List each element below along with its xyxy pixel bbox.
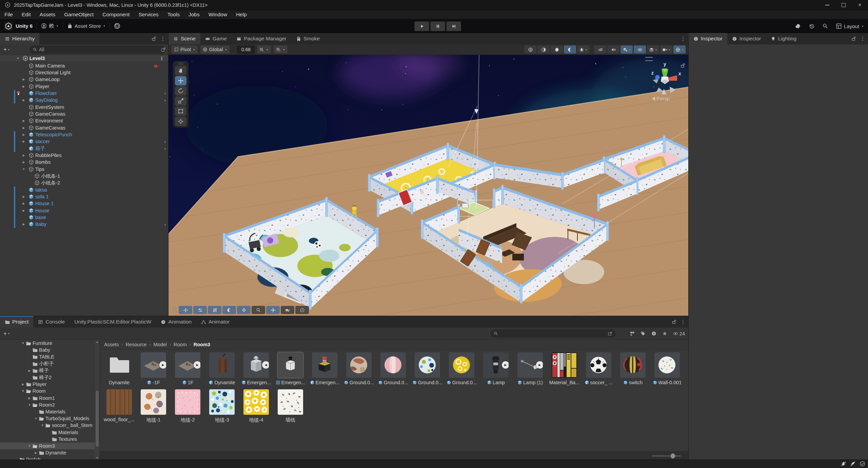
- asset-lamp[interactable]: ▶Lamp: [479, 352, 513, 385]
- hierarchy-item-gameloop[interactable]: ▶GameLoop: [0, 76, 168, 83]
- folder-soccer-ball-stem[interactable]: ▼soccer_ ball_Stem: [0, 422, 100, 429]
- asset-ground-0[interactable]: Ground.0...: [410, 352, 445, 385]
- unity-hub-button[interactable]: Unity 6: [4, 22, 33, 31]
- expander-icon[interactable]: ▶: [22, 119, 26, 122]
- alerts-icon[interactable]: [651, 331, 656, 336]
- hierarchy-item-environment[interactable]: ▶Environment: [0, 117, 168, 124]
- hierarchy-item-gamecanvas[interactable]: GameCanvas: [0, 111, 168, 117]
- tab-hierarchy[interactable]: Hierarchy: [0, 33, 39, 44]
- orientation-gizmo[interactable]: y x z Persp: [643, 56, 687, 103]
- asset-thumbnail[interactable]: [141, 389, 166, 415]
- asset-material-ba[interactable]: Material_Ba...: [547, 352, 581, 385]
- prefab-overrides-button[interactable]: ▼: [620, 45, 633, 54]
- favorites-icon[interactable]: [662, 331, 667, 336]
- folder-小柜子[interactable]: 小柜子: [0, 360, 100, 367]
- search-icon[interactable]: [822, 23, 828, 29]
- breadcrumb-room[interactable]: Room: [174, 342, 187, 347]
- open-prefab-chevron[interactable]: ›: [164, 91, 166, 96]
- folder-room2[interactable]: ▼Room2: [0, 402, 100, 408]
- unlock-icon[interactable]: [152, 36, 156, 41]
- hierarchy-item-baby[interactable]: ▶Baby›: [0, 221, 168, 228]
- tasks-ok-icon[interactable]: [860, 461, 865, 467]
- panel-menu-icon[interactable]: ⋮: [160, 36, 165, 42]
- asset-thumbnail[interactable]: [620, 352, 646, 378]
- hierarchy-item-gamecanvas[interactable]: ▶GameCanvas: [0, 124, 168, 131]
- gizmos-button[interactable]: ▼: [673, 45, 686, 54]
- scale-tool-button[interactable]: [175, 96, 186, 106]
- asset-thumbnail[interactable]: [586, 352, 611, 378]
- thumbnail-zoom-slider[interactable]: [652, 455, 681, 456]
- tab-unity-plasticscm-editor-plasticw[interactable]: Unity.PlasticSCM.Editor.PlasticW: [70, 316, 156, 328]
- transform-tool-button[interactable]: [175, 117, 186, 126]
- asset-thumbnail[interactable]: [106, 389, 132, 415]
- asset-thumbnail[interactable]: [552, 352, 577, 378]
- expander-icon[interactable]: ▼: [34, 417, 38, 420]
- asset-thumbnail[interactable]: [654, 352, 680, 378]
- plastic-scm-icon[interactable]: [114, 23, 120, 29]
- hierarchy-item-main-camera[interactable]: Main Camera: [0, 62, 168, 69]
- hierarchy-item-soccer[interactable]: ▶soccer›: [0, 138, 168, 145]
- hierarchy-search-input[interactable]: All: [30, 46, 165, 54]
- lighting-toggle-button[interactable]: [551, 45, 563, 54]
- asset-thumbnail[interactable]: ▶: [175, 352, 200, 378]
- scene-menu-icon[interactable]: ⋮: [159, 56, 164, 61]
- tab-lighting[interactable]: Lighting: [766, 33, 801, 44]
- expander-icon[interactable]: ▼: [27, 403, 32, 407]
- project-search-input[interactable]: [491, 330, 615, 337]
- collab-disabled-icon[interactable]: [850, 461, 856, 467]
- breadcrumb-model[interactable]: Model: [154, 342, 167, 347]
- folder-table[interactable]: TABLE: [0, 353, 100, 360]
- open-prefab-chevron[interactable]: ›: [164, 98, 166, 103]
- expander-icon[interactable]: ▼: [16, 57, 20, 60]
- tab-project[interactable]: Project: [0, 316, 33, 328]
- asset-地毯-1[interactable]: 地毯-1: [136, 389, 171, 423]
- expander-icon[interactable]: ▶: [22, 98, 26, 102]
- asset-thumbnail[interactable]: [380, 352, 406, 378]
- expander-icon[interactable]: ▼: [21, 342, 25, 345]
- asset-ground-0[interactable]: Ground.0...: [376, 352, 410, 385]
- shaded-wireframe-button[interactable]: [537, 45, 550, 54]
- projection-mode[interactable]: Persp: [652, 96, 670, 101]
- folder-player[interactable]: ▶Player: [0, 381, 100, 388]
- menu-edit[interactable]: Edit: [17, 12, 35, 18]
- expand-subassets-icon[interactable]: ▶: [159, 361, 166, 369]
- folder-room1[interactable]: ▶Room1: [0, 395, 100, 402]
- hierarchy-item-directional-light[interactable]: Directional Light: [0, 69, 168, 76]
- asset-thumbnail[interactable]: ▶: [517, 352, 543, 378]
- layout-dropdown[interactable]: Layout ▼: [836, 23, 864, 29]
- asset-emergen[interactable]: Emergen...: [308, 352, 342, 385]
- folder-room[interactable]: ▼Room: [0, 388, 100, 394]
- asset-thumbnail[interactable]: ▶: [483, 352, 509, 378]
- menu-services[interactable]: Services: [134, 12, 163, 18]
- tab-inspector[interactable]: Inspector: [727, 33, 766, 44]
- orientation-overlay-button[interactable]: [295, 306, 309, 314]
- asset-store-menu[interactable]: Asset Store ▼: [67, 23, 105, 29]
- expander-icon[interactable]: ▶: [22, 209, 26, 212]
- cloud-icon[interactable]: [795, 23, 801, 29]
- asset-wall-0-001[interactable]: Wall-0.001: [650, 352, 684, 385]
- hierarchy-item-player[interactable]: ▶Player: [0, 83, 168, 90]
- create-asset-button[interactable]: +▼: [3, 330, 10, 337]
- expander-icon[interactable]: ▼: [27, 444, 32, 448]
- rotate-tool-button[interactable]: [175, 86, 186, 96]
- expand-subassets-icon[interactable]: ▶: [194, 361, 200, 369]
- scrollbar-thumb[interactable]: [96, 391, 99, 447]
- tree-scrollbar[interactable]: ▲ ▼: [95, 340, 99, 460]
- expander-icon[interactable]: ▶: [22, 222, 26, 226]
- menu-component[interactable]: Component: [98, 12, 134, 18]
- expander-icon[interactable]: ▶: [22, 160, 26, 164]
- folder-room3[interactable]: ▼Room3: [0, 443, 100, 449]
- open-prefab-chevron[interactable]: ›: [164, 146, 166, 151]
- hierarchy-item-house[interactable]: ▶House: [0, 207, 168, 214]
- asset-地毯-4[interactable]: 地毯-4: [239, 389, 273, 423]
- play-button[interactable]: [414, 21, 429, 31]
- asset-thumbnail[interactable]: ◀: [243, 352, 269, 378]
- open-new-window-icon[interactable]: [608, 331, 612, 336]
- asset-1f[interactable]: ▶1F: [171, 352, 205, 385]
- unlock-icon[interactable]: [851, 36, 856, 41]
- menu-jobs[interactable]: Jobs: [184, 12, 204, 18]
- asset-thumbnail[interactable]: [243, 389, 269, 415]
- menu-tools[interactable]: Tools: [163, 12, 184, 18]
- expander-icon[interactable]: ▶: [22, 133, 26, 136]
- hidden-items-toggle[interactable]: 24: [673, 331, 685, 336]
